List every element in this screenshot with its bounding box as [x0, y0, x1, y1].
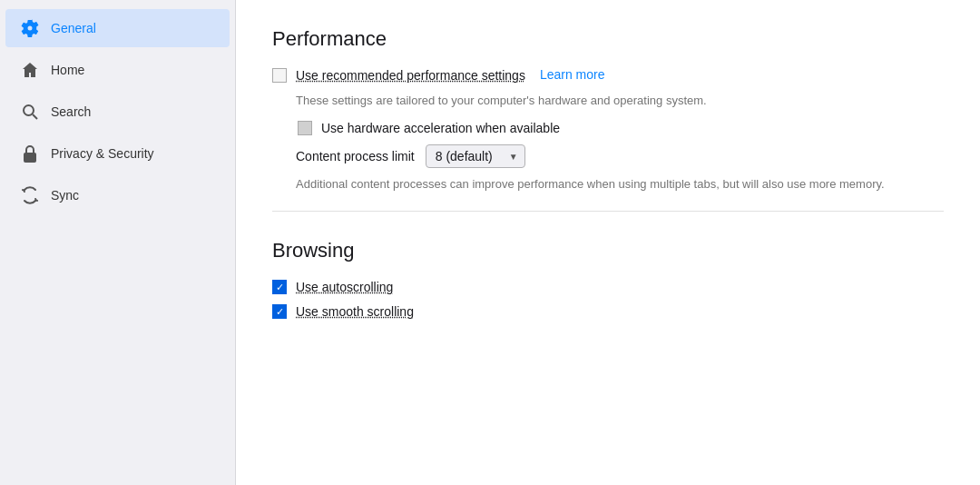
browsing-section: Browsing ✓ Use autoscrolling ✓ Use smoot…: [272, 211, 944, 346]
sidebar: General Home Search Privacy & Security: [0, 0, 236, 485]
sidebar-item-general[interactable]: General: [5, 9, 230, 47]
autoscrolling-label: Use autoscrolling: [296, 280, 393, 294]
content-process-select-wrapper: 8 (default) 1 2 4 7 ▼: [426, 144, 525, 168]
lock-icon: [20, 144, 40, 163]
smooth-scrolling-checkbox[interactable]: ✓: [272, 304, 287, 319]
autoscrolling-row: ✓ Use autoscrolling: [272, 279, 944, 294]
content-process-row: Content process limit 8 (default) 1 2 4 …: [296, 144, 944, 168]
use-recommended-label: Use recommended performance settings: [296, 68, 525, 83]
home-icon: [20, 60, 40, 80]
use-recommended-row: Use recommended performance settings Lea…: [272, 67, 944, 83]
sidebar-item-label-search: Search: [51, 104, 91, 119]
search-icon: [20, 102, 40, 122]
performance-title: Performance: [272, 27, 944, 51]
hardware-acceleration-checkbox-label[interactable]: Use hardware acceleration when available: [298, 121, 560, 135]
svg-line-1: [33, 114, 37, 119]
svg-point-0: [24, 105, 34, 115]
recommended-description: These settings are tailored to your comp…: [296, 92, 944, 110]
sidebar-item-home[interactable]: Home: [5, 51, 230, 89]
sidebar-item-privacy[interactable]: Privacy & Security: [5, 134, 230, 173]
hardware-acceleration-row: Use hardware acceleration when available: [298, 121, 944, 135]
learn-more-link[interactable]: Learn more: [540, 67, 605, 82]
hardware-acceleration-label: Use hardware acceleration when available: [321, 121, 560, 135]
hardware-acceleration-checkbox[interactable]: [298, 121, 312, 135]
performance-section: Performance Use recommended performance …: [272, 0, 944, 211]
browsing-title: Browsing: [272, 239, 944, 262]
smooth-scrolling-label: Use smooth scrolling: [296, 304, 414, 319]
gear-icon: [20, 18, 40, 38]
use-recommended-checkbox-label[interactable]: Use recommended performance settings: [272, 67, 525, 83]
svg-rect-2: [24, 153, 36, 163]
smooth-scrolling-checkbox-label[interactable]: ✓ Use smooth scrolling: [272, 303, 414, 319]
sync-icon: [20, 185, 40, 205]
sidebar-item-label-home: Home: [51, 63, 84, 77]
sidebar-item-sync[interactable]: Sync: [5, 176, 230, 214]
autoscrolling-checkbox[interactable]: ✓: [272, 280, 287, 294]
sidebar-item-search[interactable]: Search: [5, 93, 230, 131]
content-process-select[interactable]: 8 (default) 1 2 4 7: [426, 144, 525, 168]
content-process-description: Additional content processes can improve…: [296, 175, 944, 193]
content-process-label: Content process limit: [296, 149, 415, 163]
sidebar-item-label-privacy: Privacy & Security: [51, 146, 154, 161]
smooth-scrolling-row: ✓ Use smooth scrolling: [272, 303, 944, 319]
main-content: Performance Use recommended performance …: [236, 0, 980, 485]
autoscrolling-checkbox-label[interactable]: ✓ Use autoscrolling: [272, 279, 393, 294]
sidebar-item-label-general: General: [51, 21, 96, 35]
use-recommended-checkbox[interactable]: [272, 68, 287, 83]
sidebar-item-label-sync: Sync: [51, 188, 79, 203]
